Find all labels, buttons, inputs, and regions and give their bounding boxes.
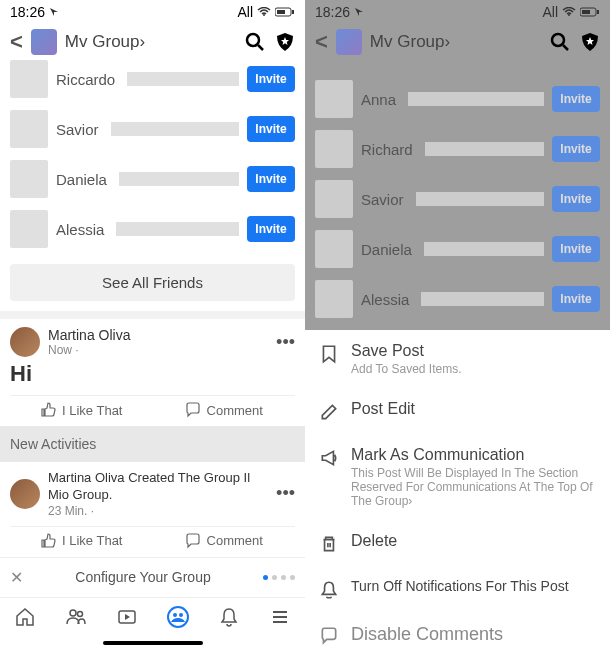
notifications-tab[interactable] [217, 605, 241, 629]
svg-point-4 [247, 34, 259, 46]
status-network: All [237, 4, 253, 20]
friend-row[interactable]: Savior Invite [305, 174, 610, 224]
svg-rect-3 [292, 10, 294, 14]
home-tab[interactable] [13, 605, 37, 629]
placeholder-bar [424, 242, 544, 256]
page-header: < Mv Group› [0, 24, 305, 60]
invite-button[interactable]: Invite [552, 136, 600, 162]
see-all-friends-button[interactable]: See All Friends [10, 264, 295, 301]
post-avatar[interactable] [10, 479, 40, 509]
status-network: All [542, 4, 558, 20]
post-avatar[interactable] [10, 327, 40, 357]
invite-button[interactable]: Invite [552, 236, 600, 262]
close-icon[interactable]: ✕ [10, 568, 23, 587]
mark-communication-item[interactable]: Mark As Communication This Post Will Be … [305, 434, 610, 520]
watch-tab[interactable] [115, 605, 139, 629]
like-icon [40, 402, 56, 418]
svg-point-15 [568, 14, 570, 16]
header-title[interactable]: Mv Group› [65, 32, 237, 52]
save-post-item[interactable]: Save Post Add To Saved Items. [305, 330, 610, 388]
page-header: < Mv Group› [305, 24, 610, 60]
svg-rect-17 [582, 10, 590, 14]
friend-row[interactable]: Alessia Invite [0, 204, 305, 254]
friends-tab[interactable] [64, 605, 88, 629]
invite-button[interactable]: Invite [247, 116, 295, 142]
svg-point-7 [78, 612, 83, 617]
group-avatar[interactable] [336, 29, 362, 55]
shield-star-icon[interactable] [580, 32, 600, 52]
invite-button[interactable]: Invite [552, 186, 600, 212]
post-edit-item[interactable]: Post Edit [305, 388, 610, 434]
sheet-title: Save Post [351, 342, 596, 360]
comment-icon [185, 533, 201, 549]
status-time: 18:26 [315, 4, 350, 20]
friend-name: Richard [361, 141, 413, 158]
post: Martina Oliva Now · ••• Hi I Like That C… [0, 311, 305, 426]
battery-icon [275, 7, 295, 17]
invite-button[interactable]: Invite [552, 86, 600, 112]
menu-tab[interactable] [268, 605, 292, 629]
sheet-subtitle: Add To Saved Items. [351, 362, 596, 376]
back-button[interactable]: < [10, 29, 23, 55]
friend-name: Daniela [56, 171, 107, 188]
friend-row[interactable]: Alessia Invite [305, 274, 610, 324]
group-avatar[interactable] [31, 29, 57, 55]
sheet-title: Disable Comments [351, 624, 596, 645]
home-indicator [103, 641, 203, 645]
left-screenshot: 18:26 All < Mv Group› Riccardo Invite Sa… [0, 0, 305, 658]
search-icon[interactable] [550, 32, 570, 52]
post-author[interactable]: Martina Oliva [48, 327, 268, 343]
friend-row[interactable]: Richard Invite [305, 124, 610, 174]
back-button[interactable]: < [315, 29, 328, 55]
status-bar: 18:26 All [0, 0, 305, 24]
wifi-icon [257, 7, 271, 17]
friend-row[interactable]: Daniela Invite [305, 224, 610, 274]
invite-button[interactable]: Invite [247, 216, 295, 242]
status-bar: 18:26 All [305, 0, 610, 24]
friend-name: Savior [56, 121, 99, 138]
friend-row[interactable]: Riccardo Invite [0, 60, 305, 104]
search-icon[interactable] [245, 32, 265, 52]
friend-row[interactable]: Anna Invite [305, 74, 610, 124]
friend-avatar [315, 280, 353, 318]
trash-icon [319, 534, 339, 554]
placeholder-bar [425, 142, 544, 156]
friend-name: Daniela [361, 241, 412, 258]
like-button[interactable]: I Like That [10, 402, 153, 418]
invite-button[interactable]: Invite [247, 66, 295, 92]
shield-star-icon[interactable] [275, 32, 295, 52]
friend-avatar [10, 210, 48, 248]
bookmark-icon [319, 344, 339, 364]
friend-row[interactable]: Daniela Invite [0, 154, 305, 204]
friend-name: Riccardo [56, 71, 115, 88]
comment-icon [185, 402, 201, 418]
like-button[interactable]: I Like That [10, 533, 153, 549]
status-time: 18:26 [10, 4, 45, 20]
turn-off-notifications-item[interactable]: Turn Off Notifications For This Post [305, 566, 610, 612]
post-menu-icon[interactable]: ••• [276, 332, 295, 353]
activity-text[interactable]: Martina Oliva Created The Group Il Mio G… [48, 470, 268, 504]
placeholder-bar [119, 172, 239, 186]
post-menu-icon[interactable]: ••• [276, 483, 295, 504]
friend-avatar [315, 80, 353, 118]
comment-button[interactable]: Comment [153, 402, 296, 418]
svg-point-9 [168, 607, 188, 627]
configure-text[interactable]: Configure Your Group [33, 569, 253, 585]
comment-icon [319, 626, 339, 646]
comment-button[interactable]: Comment [153, 533, 296, 549]
placeholder-bar [116, 222, 239, 236]
disable-comments-item[interactable]: Disable Comments [305, 612, 610, 658]
friend-avatar [10, 160, 48, 198]
svg-line-5 [258, 45, 263, 50]
activity-post: Martina Oliva Created The Group Il Mio G… [0, 462, 305, 557]
friend-name: Anna [361, 91, 396, 108]
header-title[interactable]: Mv Group› [370, 32, 542, 52]
friend-row[interactable]: Savior Invite [0, 104, 305, 154]
groups-tab[interactable] [166, 605, 190, 629]
configure-banner: ✕ Configure Your Group [0, 557, 305, 597]
new-activities-header: New Activities [0, 426, 305, 462]
megaphone-icon [319, 448, 339, 468]
invite-button[interactable]: Invite [552, 286, 600, 312]
invite-button[interactable]: Invite [247, 166, 295, 192]
delete-item[interactable]: Delete [305, 520, 610, 566]
